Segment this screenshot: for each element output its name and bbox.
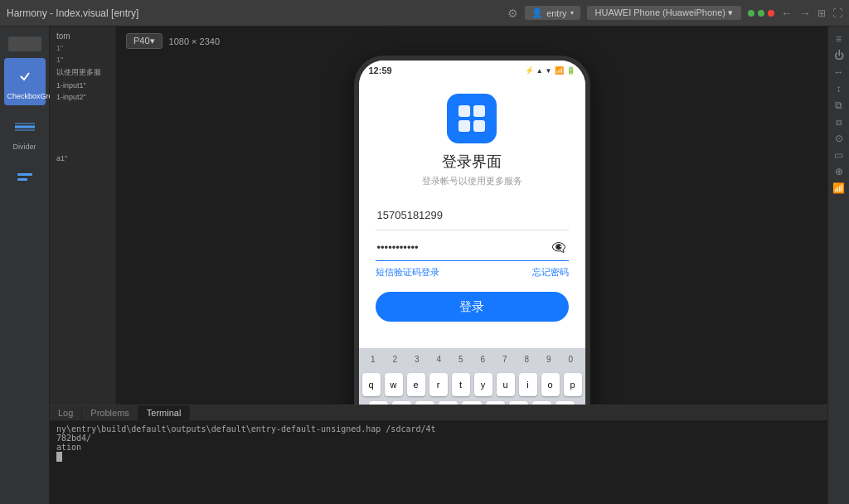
device-dropdown[interactable]: HUAWEI Phone (HuaweiPhone) ▾ [587,6,741,20]
svg-rect-6 [458,105,470,117]
key-q[interactable]: q [362,373,381,396]
sidebar-search[interactable] [8,36,41,51]
app-title: 登录界面 [442,152,502,172]
green-status-dot2 [758,10,764,17]
red-status-dot [768,10,774,17]
key-6[interactable]: 6 [472,350,494,368]
resolution-label: 1080 × 2340 [169,36,220,46]
split-icon[interactable]: ⊞ [817,7,826,19]
rotate-v-icon[interactable]: ↕ [837,83,842,94]
rotate-h-icon[interactable]: ↔ [834,66,844,78]
signal-ctrl-icon[interactable]: 📶 [832,182,845,194]
svg-rect-9 [473,120,485,132]
key-8[interactable]: 8 [516,350,538,368]
person-icon: 👤 [531,7,543,18]
key-7[interactable]: 7 [494,350,517,368]
console-line-3: ation [56,443,821,452]
signal-icon: ⚡ [525,66,534,75]
battery-ctrl-icon[interactable]: ▭ [834,149,843,161]
console-line-2: 782bd4/ [56,434,821,443]
key-o[interactable]: o [541,373,560,396]
keyboard-num-row: 1 2 3 4 5 6 7 8 9 0 [359,348,585,370]
login-button[interactable]: 登录 [376,292,569,322]
console-cursor [56,452,62,462]
app-subtitle: 登录帐号以使用更多服务 [422,175,522,187]
tab-terminal[interactable]: Terminal [138,405,191,420]
power-icon[interactable]: ⏻ [834,50,844,61]
key-w[interactable]: w [385,373,403,396]
battery-icon: 🔋 [566,66,575,75]
link-row: 短信验证码登录 忘记密码 [376,266,569,279]
wifi-icon: 📶 [555,66,564,75]
forgot-password-link[interactable]: 忘记密码 [532,266,569,279]
status-time: 12:59 [369,65,392,75]
toolbar-row: P40▾ 1080 × 2340 [116,33,827,49]
sidebar-item-extra[interactable] [4,159,46,197]
fullscreen-icon[interactable]: ⛶ [832,7,842,19]
tab-problems[interactable]: Problems [82,405,138,420]
phone-input-field[interactable] [376,201,569,230]
tab-log[interactable]: Log [50,405,82,420]
key-u[interactable]: u [497,373,515,396]
nav-forward-icon[interactable]: → [799,7,811,20]
console-tab-bar: Log Problems Terminal [50,405,827,421]
tree-item-tom[interactable]: tom [53,30,112,42]
key-5[interactable]: 5 [450,350,473,368]
console-line-1: ny\entry\build\default\outputs\default\e… [56,424,821,434]
password-row: 👁‍🗨 [376,234,569,261]
key-1[interactable]: 1 [362,350,385,368]
key-y[interactable]: y [474,373,492,396]
sidebar-item-divider[interactable]: Divider [4,109,46,156]
sidebar-label-divider: Divider [12,143,36,151]
bottom-console: Log Problems Terminal ny\entry\build\def… [50,405,827,504]
svg-rect-5 [17,178,27,181]
key-i[interactable]: i [519,373,537,396]
sms-login-link[interactable]: 短信验证码登录 [376,266,439,279]
data-up-icon: ▲ [536,67,543,75]
top-bar: Harmony - Index.visual [entry] ⚙ 👤 entry… [0,0,849,27]
svg-rect-4 [17,173,32,176]
key-3[interactable]: 3 [406,350,429,368]
app-content: 登录界面 登录帐号以使用更多服务 👁‍🗨 短信验证码登录 忘记密码 登录 [359,80,585,348]
data-down-icon: ▼ [546,67,552,75]
keyboard-row-1: q w e r t y u i o p [359,370,585,398]
device-model-btn[interactable]: P40▾ [126,33,163,49]
window-title: Harmony - Index.visual [entry] [7,7,138,19]
gear-icon: ⚙ [507,7,518,20]
right-sidebar: ≡ ⏻ ↔ ↕ ⧉ ⧈ ⊙ ▭ ⊕ 📶 [827,27,849,504]
key-t[interactable]: t [452,373,470,396]
location-icon[interactable]: ⊙ [835,133,843,144]
entry-dropdown[interactable]: 👤 entry ▾ [525,6,580,20]
key-e[interactable]: e [407,373,425,396]
app-logo [447,94,497,143]
key-4[interactable]: 4 [428,350,450,368]
network-icon[interactable]: ⊕ [835,166,843,177]
key-r[interactable]: r [429,373,448,396]
password-input[interactable] [376,234,548,260]
checkbox-icon [12,63,38,90]
key-p[interactable]: p [564,373,582,396]
copy-icon[interactable]: ⧉ [835,99,842,111]
key-2[interactable]: 2 [384,350,406,368]
green-status-dot [748,10,754,17]
divider-icon [12,114,38,140]
svg-rect-8 [458,120,470,132]
eye-icon[interactable]: 👁‍🗨 [548,237,569,257]
nav-back-icon[interactable]: ← [781,7,793,20]
key-9[interactable]: 9 [538,350,560,368]
svg-rect-0 [17,69,32,84]
console-output: ny\entry\build\default\outputs\default\e… [50,421,827,465]
menu-icon[interactable]: ≡ [836,33,842,45]
top-bar-right: ⚙ 👤 entry ▾ HUAWEI Phone (HuaweiPhone) ▾… [507,6,842,20]
status-icons: ⚡ ▲ ▼ 📶 🔋 [525,66,575,75]
screenshot-icon[interactable]: ⧈ [836,116,842,128]
nav-icons [748,10,774,17]
key-0[interactable]: 0 [560,350,582,368]
extra-icon [12,164,38,191]
status-bar: 12:59 ⚡ ▲ ▼ 📶 🔋 [359,61,585,80]
sidebar-item-checkbox[interactable]: CheckboxGrou [4,58,46,105]
left-sidebar: CheckboxGrou Divider [0,27,50,504]
svg-rect-7 [473,105,485,117]
